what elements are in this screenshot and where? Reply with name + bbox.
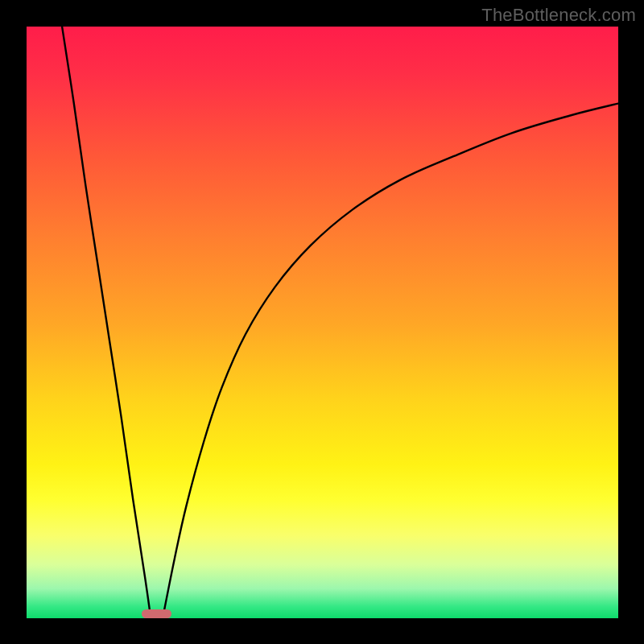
plot-area <box>27 27 618 618</box>
watermark-text: TheBottleneck.com <box>481 5 636 26</box>
optimum-marker <box>142 609 171 618</box>
chart-svg <box>27 27 618 618</box>
curve-right-branch <box>163 104 618 618</box>
curve-left-branch <box>62 27 151 618</box>
chart-frame: TheBottleneck.com <box>0 0 644 644</box>
